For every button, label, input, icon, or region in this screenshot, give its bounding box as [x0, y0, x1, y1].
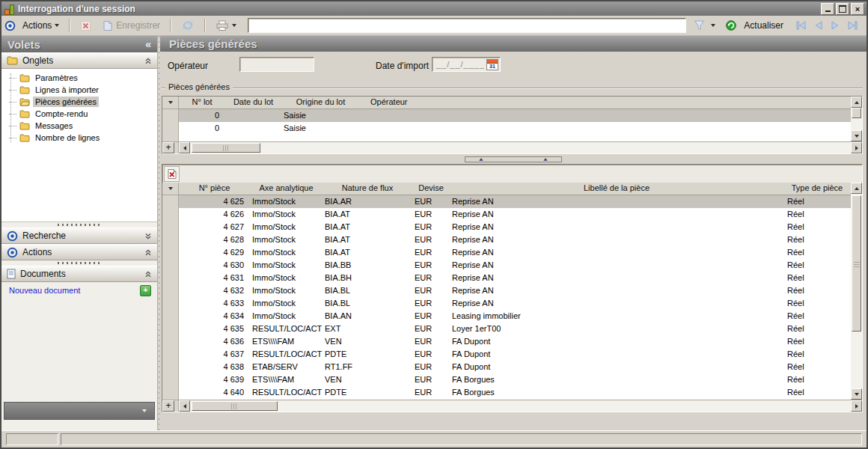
vertical-scrollbar[interactable]	[851, 97, 862, 141]
vertical-scrollbar[interactable]	[851, 183, 862, 400]
page-title: Pièces générées	[169, 37, 257, 50]
table-row[interactable]: 0Saisie	[179, 109, 851, 122]
table-row[interactable]: 4 631Immo/StockBIA.BHEURReprise ANRéel	[179, 272, 851, 284]
scrollbar-track[interactable]	[851, 108, 862, 130]
add-row-button[interactable]: +	[162, 142, 174, 153]
grid-splitter-handle[interactable]	[465, 156, 562, 162]
pieces-table-header[interactable]: N° pièce Axe analytique Nature de flux D…	[179, 183, 851, 195]
column-header[interactable]: Axe analytique	[250, 183, 323, 195]
table-row[interactable]: 4 632Immo/StockBIA.BLEURReprise ANRéel	[179, 284, 851, 297]
chevron-double-down-icon[interactable]	[144, 233, 152, 239]
scroll-right-button[interactable]	[851, 400, 862, 412]
table-row[interactable]: 4 635RESULT/LOC/ACTEXTEURLoyer 1erT00Rée…	[179, 323, 851, 335]
table-row[interactable]: 4 639ETS\\\\FAMVENEURFA BorguesRéel	[179, 373, 851, 386]
table-row[interactable]: 4 627Immo/StockBIA.ATEURReprise ANRéel	[179, 221, 851, 233]
table-row[interactable]: 4 636ETS\\\\FAMVENEURFA DupontRéel	[179, 335, 851, 348]
table-row[interactable]: 4 630Immo/StockBIA.BBEURReprise ANRéel	[179, 259, 851, 272]
scroll-left-button[interactable]	[179, 142, 190, 153]
table-row[interactable]: 4 633Immo/StockBIA.BLEURReprise ANRéel	[179, 297, 851, 310]
scroll-down-button[interactable]	[851, 130, 862, 141]
scroll-left-button[interactable]	[179, 400, 190, 412]
table-row[interactable]: 4 625Immo/StockBIA.AREURReprise ANRéel	[179, 195, 851, 208]
scrollbar-thumb[interactable]	[852, 195, 861, 332]
add-row-button[interactable]: +	[162, 400, 174, 412]
table-row[interactable]: 4 626Immo/StockBIA.ATEURReprise ANRéel	[179, 208, 851, 221]
filter-icon[interactable]	[693, 19, 706, 31]
scrollbar-track[interactable]	[190, 400, 851, 412]
date-import-field[interactable]: __/__/____ 31	[432, 57, 501, 72]
column-header[interactable]: Devise	[412, 183, 450, 195]
chevron-double-up-icon[interactable]	[144, 58, 152, 64]
table-row[interactable]: 4 638ETAB/SERVRT1.FFEURFA DupontRéel	[179, 361, 851, 373]
row-indicator-header[interactable]	[162, 97, 178, 109]
table-cell: FA Dupont	[450, 335, 783, 348]
chevron-double-up-icon[interactable]	[144, 271, 152, 278]
tree-item-compte-rendu[interactable]: Compte-rendu	[7, 108, 157, 120]
tree-item-nombre-de-lignes[interactable]: Nombre de lignes	[7, 132, 157, 144]
column-header[interactable]: N° lot	[179, 97, 225, 109]
column-header[interactable]: Nature de flux	[323, 183, 412, 195]
column-header[interactable]: Date du lot	[225, 97, 281, 109]
actions-menu-button[interactable]: Actions	[18, 18, 64, 33]
table-cell: Réel	[783, 323, 851, 335]
operator-field[interactable]	[239, 57, 314, 72]
green-plus-icon[interactable]: +	[140, 285, 151, 296]
print-button[interactable]	[211, 18, 241, 34]
delete-piece-button[interactable]	[164, 166, 180, 182]
nav-first-icon[interactable]	[795, 20, 808, 31]
tree-item-messages[interactable]: Messages	[7, 120, 157, 132]
filter-dropdown-icon[interactable]	[711, 24, 715, 27]
column-header[interactable]: Opérateur	[360, 97, 851, 109]
horizontal-scrollbar[interactable]	[179, 141, 851, 153]
scroll-right-button[interactable]	[851, 142, 862, 153]
lots-table-header[interactable]: N° lot Date du lot Origine du lot Opérat…	[179, 97, 851, 109]
section-actions[interactable]: Actions	[1, 244, 157, 260]
minimize-button[interactable]	[821, 3, 834, 15]
nav-last-icon[interactable]	[846, 20, 859, 31]
close-button[interactable]: ×	[851, 3, 864, 15]
scrollbar-thumb[interactable]	[852, 108, 861, 118]
table-row[interactable]: 4 637RESULT/LOC/ACTPDTEEURFA DupontRéel	[179, 348, 851, 361]
search-input[interactable]	[248, 18, 686, 33]
collapsed-panel-bar[interactable]	[4, 402, 155, 420]
section-documents[interactable]: Documents	[1, 266, 157, 282]
green-refresh-icon[interactable]	[725, 19, 737, 31]
column-header[interactable]: N° pièce	[179, 183, 250, 195]
scrollbar-track[interactable]	[190, 142, 851, 153]
scroll-down-button[interactable]	[851, 388, 862, 400]
table-cell: Reprise AN	[450, 297, 783, 310]
new-document-link[interactable]: Nouveau document	[9, 286, 135, 295]
scrollbar-track[interactable]	[851, 194, 862, 388]
refresh-button[interactable]	[177, 17, 199, 34]
section-onglets[interactable]: Onglets	[1, 52, 157, 69]
column-header[interactable]: Libellé de la pièce	[450, 183, 783, 195]
tree-item-lignes-a-importer[interactable]: Lignes à importer	[7, 84, 157, 96]
sidebar-splitter[interactable]	[1, 222, 157, 227]
calendar-icon[interactable]: 31	[486, 59, 498, 70]
table-row[interactable]: 4 629Immo/StockBIA.ATEURReprise ANRéel	[179, 246, 851, 259]
collapse-sidebar-icon[interactable]: «	[145, 38, 151, 50]
column-header[interactable]: Type de pièce	[783, 183, 851, 195]
table-row[interactable]: 4 634Immo/StockBIA.ANEURLeasing immobili…	[179, 310, 851, 323]
table-row[interactable]: 0Saisie	[179, 122, 851, 135]
scrollbar-thumb[interactable]	[192, 143, 260, 153]
chevron-double-up-icon[interactable]	[144, 249, 152, 256]
scroll-up-button[interactable]	[851, 183, 862, 194]
delete-button[interactable]	[76, 18, 96, 34]
save-button[interactable]: Enregistrer	[98, 18, 165, 34]
sidebar-splitter[interactable]	[1, 260, 157, 266]
nav-next-icon[interactable]	[829, 20, 841, 31]
tree-item-pieces-generees[interactable]: Pièces générées	[7, 96, 157, 108]
maximize-button[interactable]	[836, 3, 849, 15]
scroll-up-button[interactable]	[851, 97, 862, 108]
section-recherche[interactable]: Recherche	[1, 227, 157, 244]
arrow-down-icon	[855, 135, 859, 138]
table-row[interactable]: 4 628Immo/StockBIA.ATEURReprise ANRéel	[179, 233, 851, 246]
row-indicator-header[interactable]	[162, 183, 178, 195]
table-row[interactable]: 4 640RESULT/LOC/ACTPDTEEURFA BorguesRéel	[179, 386, 851, 399]
nav-prev-icon[interactable]	[813, 20, 825, 31]
scrollbar-thumb[interactable]	[192, 401, 278, 411]
tree-item-parametres[interactable]: Paramètres	[7, 72, 157, 84]
horizontal-scrollbar[interactable]	[179, 400, 851, 412]
column-header[interactable]: Origine du lot	[281, 97, 360, 109]
